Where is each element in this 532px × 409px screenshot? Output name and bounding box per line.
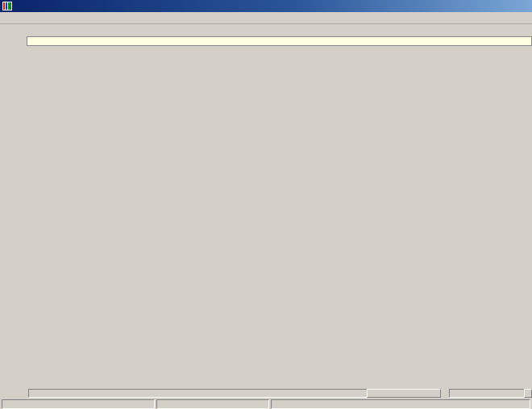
months-bar (28, 389, 368, 398)
quote-bar-spacer (0, 36, 27, 46)
axis-end-box (524, 389, 532, 398)
status-bar (0, 398, 532, 409)
main-area (0, 46, 532, 380)
date-axis (0, 389, 532, 398)
title-bar (0, 0, 532, 12)
right-toolbar (514, 46, 532, 380)
quote-strip (27, 36, 532, 46)
status-page-text (271, 399, 530, 409)
toolbar (0, 24, 532, 36)
app-icon (2, 2, 12, 10)
date-box[interactable] (367, 389, 441, 398)
menu-bar (0, 12, 532, 24)
bar-counter (449, 389, 526, 398)
study-tabs-bar (0, 380, 532, 389)
quote-bar (0, 36, 532, 46)
drawing-tools-column (0, 46, 14, 380)
status-spacer-panel (156, 399, 269, 409)
status-help-text (2, 399, 155, 409)
price-chart-canvas[interactable] (28, 46, 514, 380)
chart-window (28, 46, 514, 380)
left-toolbar (0, 46, 28, 380)
advanced-get-window (0, 0, 532, 409)
study-tools-column (14, 46, 27, 380)
